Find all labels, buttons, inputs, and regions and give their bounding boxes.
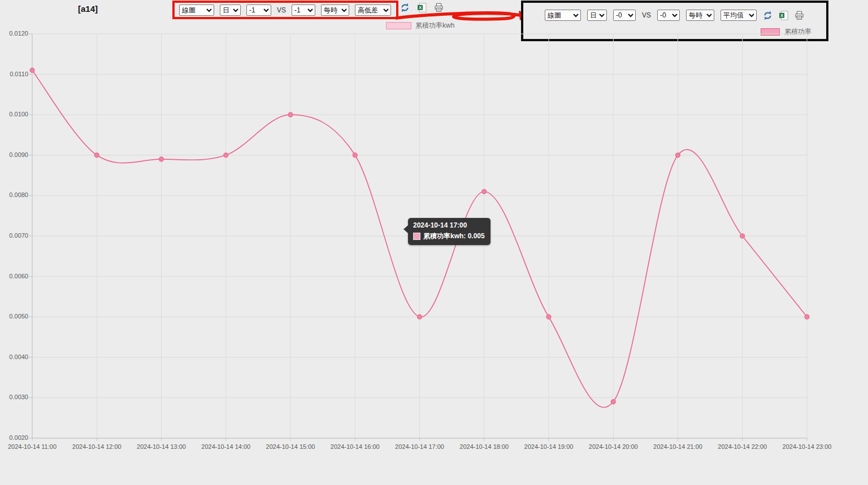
y-axis-tick-label: 0.0090	[5, 151, 28, 158]
data-point-marker[interactable]	[482, 189, 487, 194]
y-axis-tick-label: 0.0050	[5, 313, 28, 320]
data-point-marker[interactable]	[224, 153, 228, 158]
data-point-marker[interactable]	[418, 314, 422, 319]
x-axis-tick-label: 2024-10-14 22:00	[718, 443, 767, 450]
y-axis-tick-label: 0.0030	[5, 394, 28, 400]
data-point-marker[interactable]	[159, 157, 164, 161]
x-axis-tick-label: 2024-10-14 13:00	[137, 443, 186, 450]
data-point-marker[interactable]	[611, 400, 615, 404]
x-axis-tick-label: 2024-10-14 19:00	[524, 443, 574, 450]
y-axis-tick-label: 0.0120	[5, 30, 28, 37]
y-axis-tick-label: 0.0110	[5, 71, 28, 77]
chart-tooltip: 2024-10-14 17:00 累積功率kwh: 0.005	[408, 218, 491, 245]
x-axis-tick-label: 2024-10-14 14:00	[201, 443, 250, 450]
data-point-marker[interactable]	[676, 153, 680, 158]
x-axis-tick-label: 2024-10-14 15:00	[266, 443, 315, 450]
x-axis-tick-label: 2024-10-14 16:00	[331, 443, 380, 450]
data-point-marker[interactable]	[805, 314, 809, 319]
x-axis-tick-label: 2024-10-14 11:00	[8, 443, 57, 450]
x-axis-tick-label: 2024-10-14 12:00	[72, 443, 121, 450]
tooltip-series-value: 累積功率kwh: 0.005	[423, 231, 485, 241]
tooltip-title: 2024-10-14 17:00	[413, 221, 485, 229]
data-point-marker[interactable]	[740, 234, 745, 238]
data-point-marker[interactable]	[30, 68, 34, 72]
x-axis-tick-label: 2024-10-14 17:00	[395, 443, 444, 450]
x-axis-tick-label: 2024-10-14 23:00	[783, 443, 832, 450]
y-axis-tick-label: 0.0080	[5, 191, 28, 198]
x-axis-tick-label: 2024-10-14 18:00	[459, 443, 509, 450]
x-axis-tick-label: 2024-10-14 21:00	[653, 443, 702, 450]
data-point-marker[interactable]	[353, 153, 357, 158]
y-axis-tick-label: 0.0060	[5, 273, 28, 279]
y-axis-tick-label: 0.0070	[5, 232, 28, 239]
y-axis-tick-label: 0.0100	[5, 111, 28, 117]
data-point-marker[interactable]	[94, 153, 99, 158]
tooltip-series-swatch	[413, 233, 420, 240]
y-axis-tick-label: 0.0020	[5, 434, 28, 441]
data-point-marker[interactable]	[288, 112, 293, 117]
data-point-marker[interactable]	[546, 314, 551, 319]
y-axis-tick-label: 0.0040	[5, 353, 28, 360]
x-axis-tick-label: 2024-10-14 20:00	[589, 443, 638, 450]
